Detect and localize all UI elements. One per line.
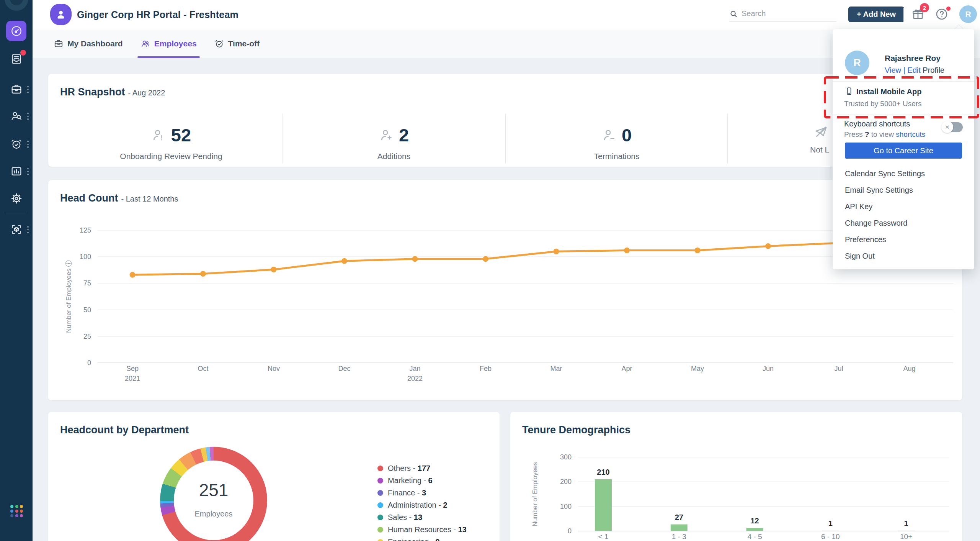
svg-text:2021: 2021	[125, 375, 140, 382]
sidebar-item-briefcase[interactable]	[9, 82, 24, 97]
gear-icon	[10, 192, 23, 205]
svg-text:6 - 10: 6 - 10	[821, 533, 840, 541]
svg-text:May: May	[691, 365, 704, 372]
person-add-icon	[379, 128, 394, 143]
bar-chart-icon	[10, 165, 23, 177]
inbox-icon	[10, 53, 23, 65]
legend-item-administration: Administration - 2	[377, 499, 467, 511]
user-avatar[interactable]: R	[959, 5, 977, 23]
install-mobile-app-subtitle: Trusted by 5000+ Users	[844, 100, 922, 108]
legend-dot-icon	[377, 478, 383, 484]
svg-text:Number of Employees: Number of Employees	[531, 462, 539, 526]
sidebar-item-gear[interactable]	[9, 191, 24, 206]
svg-text:100: 100	[80, 253, 91, 261]
svg-text:1 - 3: 1 - 3	[672, 533, 686, 541]
tenure-card: Tenure Demographics 0100200300Number of …	[510, 412, 962, 541]
install-mobile-app-title: Install Mobile App	[856, 87, 921, 96]
overflow-dots-icon[interactable]	[27, 168, 29, 175]
briefcase-icon	[54, 39, 64, 49]
shortcuts-link[interactable]: shortcuts	[896, 130, 925, 138]
scan-cube-icon	[10, 223, 23, 236]
company-logo-partial	[5, 0, 28, 11]
svg-text:2022: 2022	[407, 375, 423, 382]
svg-text:Oct: Oct	[198, 365, 208, 372]
menu-item-change-password[interactable]: Change Password	[833, 215, 974, 231]
svg-text:10+: 10+	[900, 533, 912, 541]
install-mobile-app-item[interactable]: Install Mobile App Trusted by 5000+ User…	[833, 81, 974, 115]
svg-text:Nov: Nov	[268, 365, 280, 372]
search-input[interactable]	[742, 9, 830, 18]
headcount-card: Head Count- Last 12 Months 0255075100125…	[48, 180, 962, 400]
svg-text:Mar: Mar	[550, 365, 562, 372]
svg-text:27: 27	[675, 513, 683, 521]
overflow-dots-icon[interactable]	[27, 141, 29, 148]
alarm-clock-icon	[214, 39, 224, 49]
toggle-knob-off-icon: ✕	[941, 121, 953, 133]
header-divider	[903, 8, 904, 21]
gift-icon[interactable]: 2	[911, 8, 925, 21]
view-profile-link[interactable]: View	[885, 66, 901, 74]
svg-text:300: 300	[560, 453, 572, 461]
help-icon[interactable]	[935, 8, 949, 21]
add-new-button[interactable]: + Add New	[848, 7, 904, 22]
stat-value: 52	[171, 125, 191, 146]
sidebar-item-alarm-clock[interactable]	[9, 137, 24, 151]
menu-item-sign-out[interactable]: Sign Out	[833, 248, 974, 264]
svg-text:< 1: < 1	[598, 533, 609, 541]
menu-item-api-key[interactable]: API Key	[833, 198, 974, 215]
legend-dot-icon	[377, 502, 383, 508]
apps-grid-icon[interactable]	[10, 505, 23, 517]
svg-text:Jul: Jul	[834, 365, 843, 372]
go-to-career-site-button[interactable]: Go to Career Site	[845, 143, 962, 159]
sidebar-item-bar-chart[interactable]	[9, 164, 24, 179]
svg-text:4 - 5: 4 - 5	[747, 533, 762, 541]
keyboard-shortcuts-hint: Press ? to view shortcuts	[844, 130, 925, 139]
svg-text:0: 0	[87, 359, 91, 367]
department-card: Headcount by Department 251 Employees Ot…	[48, 412, 500, 541]
sidebar-item-dashboard-gauge[interactable]	[6, 21, 26, 41]
stat-divider	[505, 114, 506, 164]
tab-my-dashboard[interactable]: My Dashboard	[54, 30, 123, 58]
freshteam-logo-icon	[50, 4, 72, 25]
edit-profile-link[interactable]: Edit	[907, 66, 920, 74]
hr-snapshot-stats: 52Onboarding Review Pending2Additions0Te…	[48, 119, 962, 165]
tab-label: My Dashboard	[67, 39, 123, 48]
mobile-phone-icon	[845, 87, 853, 95]
menu-item-email-sync-settings[interactable]: Email Sync Settings	[833, 182, 974, 198]
sidebar-item-scan-cube[interactable]	[9, 222, 24, 237]
svg-text:Sep: Sep	[126, 365, 139, 372]
dashboard-gauge-icon	[10, 25, 23, 37]
menu-item-calendar-sync-settings[interactable]: Calendar Sync Settings	[833, 166, 974, 182]
legend-dot-icon	[377, 490, 383, 496]
sidebar-item-people-search[interactable]	[9, 109, 24, 123]
tenure-bar-chart: 0100200300Number of Employees210< 1271 -…	[510, 412, 962, 541]
sidebar-item-inbox[interactable]	[9, 52, 24, 66]
overflow-dots-icon[interactable]	[27, 86, 29, 93]
overflow-dots-icon[interactable]	[27, 113, 29, 120]
help-alert-dot	[946, 7, 951, 11]
keyboard-shortcuts-toggle[interactable]: ✕	[943, 122, 963, 132]
search-box	[729, 6, 836, 21]
person-remove-icon	[602, 128, 616, 143]
menu-item-preferences[interactable]: Preferences	[833, 231, 974, 248]
people-search-icon	[10, 110, 23, 122]
svg-text:Feb: Feb	[480, 365, 492, 372]
department-legend: Others - 177Marketing - 6Finance - 3Admi…	[377, 462, 467, 541]
stat-onboarding-review-pending: 52Onboarding Review Pending	[60, 119, 283, 161]
tab-label: Time-off	[228, 39, 260, 48]
tab-employees[interactable]: Employees	[140, 30, 197, 58]
stat-divider	[283, 114, 283, 164]
overflow-dots-icon[interactable]	[27, 226, 29, 233]
legend-dot-icon	[377, 527, 383, 533]
svg-text:Jan: Jan	[409, 365, 420, 372]
headcount-line-chart: 0255075100125SepOctNovDecJanFebMarAprMay…	[48, 180, 962, 400]
svg-text:1: 1	[828, 519, 833, 528]
profile-menu-items: Calendar Sync SettingsEmail Sync Setting…	[833, 166, 974, 264]
notification-badge: 2	[920, 3, 929, 12]
tab-time-off[interactable]: Time-off	[214, 30, 260, 58]
page-title: Ginger Corp HR Portal - Freshteam	[77, 9, 238, 20]
legend-dot-icon	[377, 515, 383, 520]
top-header: Ginger Corp HR Portal - Freshteam + Add …	[33, 0, 980, 30]
svg-text:Number of Employees ⓘ: Number of Employees ⓘ	[65, 260, 72, 333]
sidebar-divider	[5, 212, 27, 212]
